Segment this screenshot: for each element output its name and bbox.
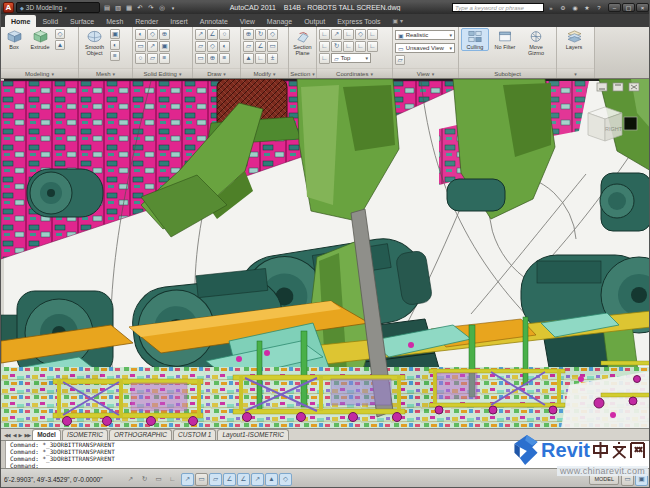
tab-view[interactable]: View xyxy=(234,15,261,27)
object-snap-toggle[interactable] xyxy=(195,473,208,486)
mesh-tool-icon[interactable] xyxy=(110,40,120,50)
command-window[interactable]: Command: *_3DORBITTRANSPARENT Command: *… xyxy=(1,440,650,468)
intersect-icon[interactable] xyxy=(159,29,170,40)
plot-icon[interactable] xyxy=(157,3,167,13)
viewport-restore-icon[interactable] xyxy=(613,83,623,91)
imprint-icon[interactable] xyxy=(159,41,170,52)
no-filter-button[interactable]: No Filter xyxy=(491,28,519,51)
search-input[interactable] xyxy=(452,3,544,12)
redo-icon[interactable] xyxy=(146,3,156,13)
tab-express-tools[interactable]: Express Tools xyxy=(331,15,386,27)
drawing-viewport[interactable]: RIGHT xyxy=(1,79,650,428)
subscription-center-icon[interactable] xyxy=(558,3,568,13)
slice-icon[interactable] xyxy=(135,41,146,52)
quick-properties-toggle[interactable] xyxy=(279,473,292,486)
last-layout-icon[interactable] xyxy=(24,432,30,438)
layout-tab-layout1-isometric[interactable]: Layout1-ISOMETRIC xyxy=(217,429,288,440)
stretch-icon[interactable] xyxy=(267,41,278,52)
ortho-mode-icon[interactable] xyxy=(166,473,179,486)
hatch-icon[interactable] xyxy=(195,53,206,64)
panel-label-draw[interactable]: Draw xyxy=(193,68,240,78)
panel-label-modeling[interactable]: Modeling xyxy=(1,68,78,78)
quick-view-layouts-icon[interactable] xyxy=(621,473,634,486)
tab-output[interactable]: Output xyxy=(298,15,331,27)
workspace-dropdown[interactable]: 3D Modeling xyxy=(16,2,100,13)
polysolid-icon[interactable] xyxy=(55,29,65,39)
snap-mode-icon[interactable] xyxy=(138,473,151,486)
panel-label-coordinates[interactable]: Coordinates xyxy=(317,68,392,78)
tab-annotate[interactable]: Annotate xyxy=(194,15,234,27)
union-icon[interactable] xyxy=(135,29,146,40)
undo-icon[interactable] xyxy=(135,3,145,13)
first-layout-icon[interactable] xyxy=(4,432,10,438)
tab-insert[interactable]: Insert xyxy=(164,15,194,27)
ucs-named-dropdown[interactable]: Top xyxy=(331,53,371,63)
fillet-icon[interactable] xyxy=(255,53,266,64)
next-layout-icon[interactable] xyxy=(19,432,22,438)
close-button[interactable] xyxy=(636,3,649,12)
ucs-world-icon[interactable] xyxy=(331,29,342,40)
box-button[interactable]: Box xyxy=(3,28,25,51)
dynamic-ucs-toggle[interactable] xyxy=(237,473,250,486)
tab-surface[interactable]: Surface xyxy=(64,15,100,27)
point-icon[interactable] xyxy=(207,53,218,64)
command-window-resize-handle[interactable] xyxy=(1,441,6,469)
autocad-app-menu-icon[interactable]: A xyxy=(3,2,14,13)
polar-tracking-toggle[interactable] xyxy=(181,473,194,486)
ucs-x-icon[interactable] xyxy=(355,41,366,52)
viewport-canvas[interactable]: RIGHT xyxy=(1,79,650,428)
ucs-object-icon[interactable] xyxy=(367,29,378,40)
taper-face-icon[interactable] xyxy=(147,53,158,64)
model-space-button[interactable]: MODEL xyxy=(589,473,619,485)
lineweight-toggle[interactable] xyxy=(265,473,278,486)
ucs-face-icon[interactable] xyxy=(355,29,366,40)
favorites-icon[interactable] xyxy=(582,3,592,13)
scale-icon[interactable] xyxy=(267,29,278,40)
open-file-icon[interactable] xyxy=(113,3,123,13)
circle-icon[interactable] xyxy=(219,29,230,40)
tab-home[interactable]: Home xyxy=(5,15,36,27)
copy-icon[interactable] xyxy=(243,41,254,52)
culling-button[interactable]: Culling xyxy=(461,28,489,51)
ucs-view-icon[interactable] xyxy=(319,53,330,64)
panel-label-section[interactable]: Section xyxy=(289,68,316,78)
layers-button[interactable]: Layers xyxy=(559,28,589,51)
layout-tab-isometric[interactable]: ISOMETRIC xyxy=(62,429,108,440)
arc-icon[interactable] xyxy=(219,41,230,52)
quick-view-drawings-icon[interactable] xyxy=(635,473,648,486)
mirror-icon[interactable] xyxy=(255,41,266,52)
mesh-tool-icon[interactable] xyxy=(110,29,120,39)
extrude-button[interactable]: Extrude xyxy=(27,28,53,51)
3d-object-snap-toggle[interactable] xyxy=(209,473,222,486)
object-snap-tracking-toggle[interactable] xyxy=(223,473,236,486)
tab-solid[interactable]: Solid xyxy=(36,15,64,27)
rectangle-icon[interactable] xyxy=(195,41,206,52)
layout-tab-model[interactable]: Model xyxy=(32,429,61,440)
communication-center-icon[interactable] xyxy=(570,3,580,13)
infer-constraints-icon[interactable] xyxy=(124,473,137,486)
polyline-icon[interactable] xyxy=(207,29,218,40)
mesh-tool-icon[interactable] xyxy=(110,51,120,61)
panel-label-solid-editing[interactable]: Solid Editing xyxy=(133,68,192,78)
viewport-minimize-icon[interactable] xyxy=(597,83,607,91)
shell-icon[interactable] xyxy=(159,53,170,64)
section-plane-button[interactable]: Section Plane xyxy=(291,28,314,57)
minimize-button[interactable] xyxy=(608,3,621,12)
panel-label-modify[interactable]: Modify xyxy=(241,68,288,78)
ucs-origin-icon[interactable] xyxy=(319,41,330,52)
panel-label-layers[interactable] xyxy=(557,68,594,78)
visual-style-dropdown[interactable]: Realistic xyxy=(395,30,455,40)
line-icon[interactable] xyxy=(195,29,206,40)
panel-label-mesh[interactable]: Mesh xyxy=(79,68,132,78)
ribbon-options-icon[interactable] xyxy=(387,9,403,27)
move-icon[interactable] xyxy=(243,29,254,40)
ucs-icon[interactable] xyxy=(319,29,330,40)
save-icon[interactable] xyxy=(124,3,134,13)
new-file-icon[interactable] xyxy=(102,3,112,13)
ucs-previous-icon[interactable] xyxy=(343,29,354,40)
tab-manage[interactable]: Manage xyxy=(261,15,298,27)
viewport-config-icon[interactable] xyxy=(395,55,405,65)
tab-render[interactable]: Render xyxy=(129,15,164,27)
polygon-icon[interactable] xyxy=(207,41,218,52)
ucs-z-axis-icon[interactable] xyxy=(331,41,342,52)
